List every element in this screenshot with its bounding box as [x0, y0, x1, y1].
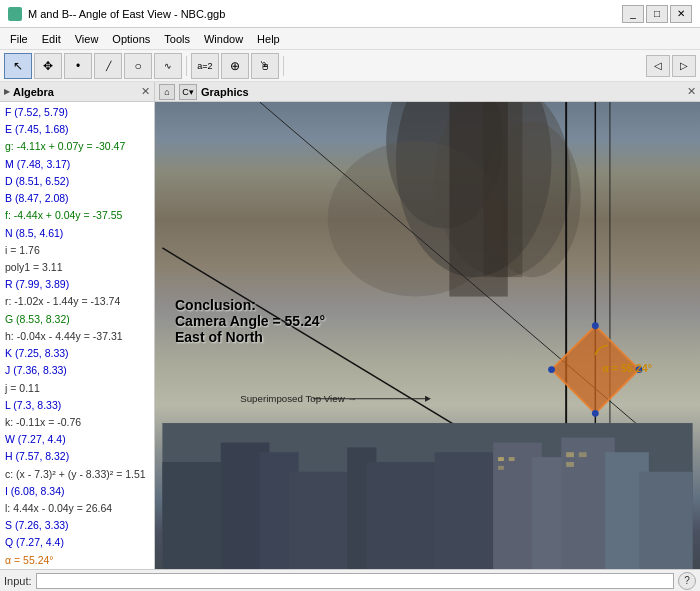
- list-item[interactable]: D (8.51, 6.52): [2, 173, 152, 190]
- tool-circle[interactable]: ○: [124, 53, 152, 79]
- main-area: ▶ Algebra ✕ F (7.52, 5.79) E (7.45, 1.68…: [0, 82, 700, 569]
- algebra-expand-icon: ▶: [4, 87, 10, 96]
- list-item[interactable]: g: -4.11x + 0.07y = -30.47: [2, 138, 152, 155]
- title-bar-buttons: _ □ ✕: [622, 5, 692, 23]
- list-item[interactable]: S (7.26, 3.33): [2, 517, 152, 534]
- algebra-title: Algebra: [13, 86, 54, 98]
- list-item[interactable]: c: (x - 7.3)² + (y - 8.33)² = 1.51: [2, 466, 152, 483]
- tool-select[interactable]: ↖: [4, 53, 32, 79]
- list-item[interactable]: i = 1.76: [2, 242, 152, 259]
- input-field[interactable]: [36, 573, 674, 589]
- algebra-panel: ▶ Algebra ✕ F (7.52, 5.79) E (7.45, 1.68…: [0, 82, 155, 569]
- algebra-close-button[interactable]: ✕: [141, 85, 150, 98]
- graphics-home-button[interactable]: ⌂: [159, 84, 175, 100]
- tool-move[interactable]: ✥: [34, 53, 62, 79]
- graphics-title: Graphics: [201, 86, 249, 98]
- conclusion-line2: Camera Angle = 55.24°: [175, 313, 325, 329]
- tool-line[interactable]: ╱: [94, 53, 122, 79]
- menu-window[interactable]: Window: [198, 31, 249, 47]
- window-title: M and B-- Angle of East View - NBC.ggb: [28, 8, 225, 20]
- list-item[interactable]: j = 0.11: [2, 380, 152, 397]
- minimize-button[interactable]: _: [622, 5, 644, 23]
- list-item[interactable]: L (7.3, 8.33): [2, 397, 152, 414]
- menu-view[interactable]: View: [69, 31, 105, 47]
- tool-point[interactable]: •: [64, 53, 92, 79]
- menu-options[interactable]: Options: [106, 31, 156, 47]
- graphics-header-left: ⌂ C▾ Graphics: [159, 84, 249, 100]
- tool-plus[interactable]: ⊕: [221, 53, 249, 79]
- list-item[interactable]: k: -0.11x = -0.76: [2, 414, 152, 431]
- list-item[interactable]: G (8.53, 8.32): [2, 311, 152, 328]
- list-item[interactable]: W (7.27, 4.4): [2, 431, 152, 448]
- title-bar-left: M and B-- Angle of East View - NBC.ggb: [8, 7, 225, 21]
- list-item[interactable]: K (7.25, 8.33): [2, 345, 152, 362]
- close-button[interactable]: ✕: [670, 5, 692, 23]
- maximize-button[interactable]: □: [646, 5, 668, 23]
- list-item[interactable]: l: 4.44x - 0.04y = 26.64: [2, 500, 152, 517]
- graphics-header: ⌂ C▾ Graphics ✕: [155, 82, 700, 102]
- graphics-close-button[interactable]: ✕: [687, 85, 696, 98]
- algebra-header-left: ▶ Algebra: [4, 86, 54, 98]
- menu-help[interactable]: Help: [251, 31, 286, 47]
- list-item[interactable]: E (7.45, 1.68): [2, 121, 152, 138]
- status-bar: Input: ?: [0, 569, 700, 591]
- graphics-c-button[interactable]: C▾: [179, 84, 197, 100]
- undo-button[interactable]: ◁: [646, 55, 670, 77]
- graphics-canvas[interactable]: α = 55.24° Superimposed Top View → Concl…: [155, 102, 700, 569]
- list-item-alpha[interactable]: α = 55.24°: [2, 552, 152, 569]
- input-label: Input:: [4, 575, 32, 587]
- redo-button[interactable]: ▷: [672, 55, 696, 77]
- list-item[interactable]: M (7.48, 3.17): [2, 156, 152, 173]
- conclusion-line1: Conclusion:: [175, 297, 325, 313]
- help-button[interactable]: ?: [678, 572, 696, 590]
- app-icon: [8, 7, 22, 21]
- toolbar: ↖ ✥ • ╱ ○ ∿ a=2 ⊕ 🖱 ◁ ▷: [0, 50, 700, 82]
- menu-bar: File Edit View Options Tools Window Help: [0, 28, 700, 50]
- list-item[interactable]: H (7.57, 8.32): [2, 448, 152, 465]
- list-item[interactable]: B (8.47, 2.08): [2, 190, 152, 207]
- algebra-header: ▶ Algebra ✕: [0, 82, 154, 102]
- list-item[interactable]: R (7.99, 3.89): [2, 276, 152, 293]
- graphics-panel: ⌂ C▾ Graphics ✕: [155, 82, 700, 569]
- conclusion-text-block: Conclusion: Camera Angle = 55.24° East o…: [175, 297, 325, 345]
- list-item[interactable]: f: -4.44x + 0.04y = -37.55: [2, 207, 152, 224]
- list-item[interactable]: Q (7.27, 4.4): [2, 534, 152, 551]
- algebra-list: F (7.52, 5.79) E (7.45, 1.68) g: -4.11x …: [0, 102, 154, 569]
- tool-conic[interactable]: ∿: [154, 53, 182, 79]
- list-item[interactable]: F (7.52, 5.79): [2, 104, 152, 121]
- list-item[interactable]: I (6.08, 8.34): [2, 483, 152, 500]
- tool-abc[interactable]: a=2: [191, 53, 219, 79]
- tool-cursor[interactable]: 🖱: [251, 53, 279, 79]
- undo-redo-group: ◁ ▷: [646, 55, 696, 77]
- list-item[interactable]: N (8.5, 4.61): [2, 225, 152, 242]
- list-item[interactable]: r: -1.02x - 1.44y = -13.74: [2, 293, 152, 310]
- list-item[interactable]: poly1 = 3.11: [2, 259, 152, 276]
- toolbar-separator: [186, 56, 187, 76]
- list-item[interactable]: h: -0.04x - 4.44y = -37.31: [2, 328, 152, 345]
- title-bar: M and B-- Angle of East View - NBC.ggb _…: [0, 0, 700, 28]
- list-item[interactable]: J (7.36, 8.33): [2, 362, 152, 379]
- toolbar-separator2: [283, 56, 284, 76]
- menu-tools[interactable]: Tools: [158, 31, 196, 47]
- conclusion-line3: East of North: [175, 329, 325, 345]
- menu-file[interactable]: File: [4, 31, 34, 47]
- menu-edit[interactable]: Edit: [36, 31, 67, 47]
